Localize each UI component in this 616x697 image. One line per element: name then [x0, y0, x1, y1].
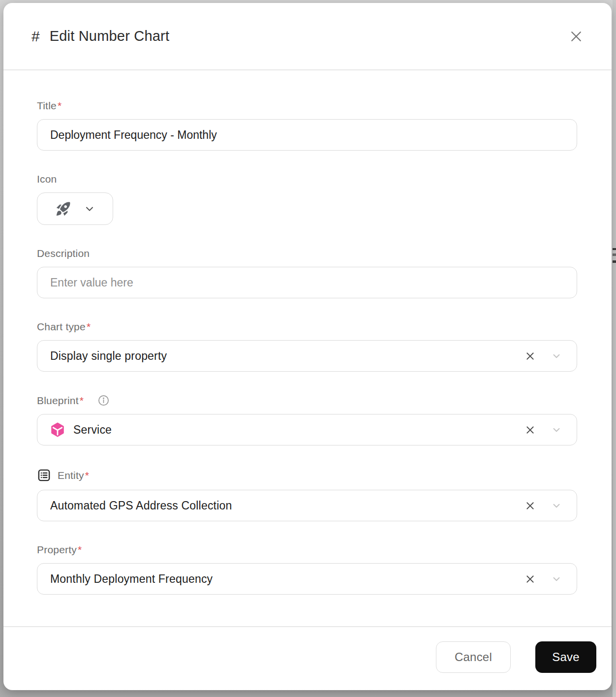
blueprint-field: Blueprint*: [37, 394, 577, 445]
property-label: Property*: [37, 544, 577, 556]
blueprint-select[interactable]: Service: [37, 414, 577, 445]
required-marker: *: [78, 544, 82, 556]
edit-number-chart-modal: # Edit Number Chart Title* Icon: [3, 3, 612, 690]
chart-type-select[interactable]: Display single property: [37, 340, 577, 372]
chart-type-label: Chart type*: [37, 321, 577, 333]
background-page-fragment: [613, 260, 616, 263]
modal-body: Title* Icon: [3, 70, 612, 626]
required-marker: *: [58, 100, 62, 112]
description-input[interactable]: [37, 267, 577, 298]
icon-label: Icon: [37, 173, 577, 185]
clear-selection-button[interactable]: [525, 351, 535, 361]
clear-selection-button[interactable]: [525, 574, 535, 584]
cancel-button[interactable]: Cancel: [436, 641, 511, 673]
chart-type-value: Display single property: [50, 349, 525, 363]
required-marker: *: [80, 395, 84, 407]
title-label: Title*: [37, 100, 577, 112]
list-icon: [37, 468, 51, 482]
clear-selection-button[interactable]: [525, 425, 535, 435]
chevron-down-icon[interactable]: [551, 500, 562, 511]
chevron-down-icon[interactable]: [551, 424, 562, 435]
page-title: Edit Number Chart: [50, 28, 565, 44]
icon-picker-button[interactable]: [37, 192, 113, 225]
chevron-down-icon: [84, 203, 95, 215]
blueprint-label: Blueprint*: [37, 394, 577, 407]
clear-icon: [525, 351, 535, 361]
description-field: Description: [37, 248, 577, 298]
background-page-fragment: [613, 253, 616, 256]
hash-icon: #: [31, 28, 40, 45]
entity-value: Automated GPS Address Collection: [50, 499, 525, 512]
close-icon: [569, 29, 584, 44]
required-marker: *: [87, 321, 91, 333]
rocket-icon: [55, 200, 72, 217]
description-label: Description: [37, 248, 577, 259]
required-marker: *: [85, 470, 89, 481]
save-button[interactable]: Save: [535, 641, 596, 673]
entity-select[interactable]: Automated GPS Address Collection: [37, 490, 577, 521]
property-field: Property* Monthly Deployment Frequency: [37, 544, 577, 595]
chart-type-field: Chart type* Display single property: [37, 321, 577, 372]
entity-label: Entity*: [37, 468, 577, 482]
clear-icon: [525, 425, 535, 435]
title-input[interactable]: [37, 119, 577, 151]
background-page-edge: [613, 0, 616, 697]
title-field: Title*: [37, 100, 577, 151]
background-page-fragment: [613, 248, 616, 250]
clear-icon: [525, 501, 535, 511]
clear-selection-button[interactable]: [525, 501, 535, 511]
blueprint-value: Service: [73, 423, 112, 437]
property-value: Monthly Deployment Frequency: [50, 572, 525, 586]
chevron-down-icon[interactable]: [551, 350, 562, 361]
info-icon[interactable]: [91, 394, 110, 407]
cube-icon: [50, 422, 65, 437]
property-select[interactable]: Monthly Deployment Frequency: [37, 563, 577, 595]
clear-icon: [525, 574, 535, 584]
icon-field: Icon: [37, 173, 577, 225]
modal-footer: Cancel Save: [3, 626, 612, 690]
entity-field: Entity* Automated GPS Address Collection: [37, 468, 577, 521]
modal-header: # Edit Number Chart: [3, 3, 612, 70]
close-button[interactable]: [565, 26, 587, 47]
chevron-down-icon[interactable]: [551, 573, 562, 584]
